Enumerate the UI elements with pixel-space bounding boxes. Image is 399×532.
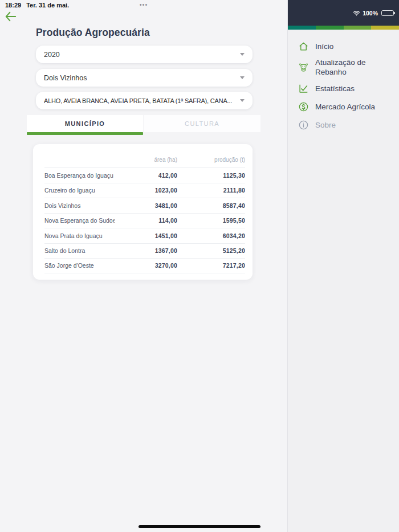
menu-item-label: Início [315, 42, 333, 51]
row-producao-value: 6034,20 [177, 232, 245, 239]
menu-item-label: Atualização de Rebanho [315, 58, 394, 77]
row-area-value: 1367,00 [115, 247, 177, 254]
municipality-dropdown[interactable]: Dois Vizinhos [36, 69, 253, 87]
row-producao-value: 8587,40 [177, 202, 245, 209]
row-area-value: 3270,00 [115, 262, 177, 269]
cow-icon [298, 62, 309, 73]
column-header-area: área (ha) [115, 157, 177, 163]
tab-municipio[interactable]: MUNICÍPIO [27, 115, 143, 132]
menu-item-estatisticas[interactable]: Estatísticas [298, 81, 394, 95]
row-area-value: 412,00 [115, 172, 177, 179]
menu-item-sobre[interactable]: Sobre [298, 118, 394, 132]
menu-item-atualizacao-de-rebanho[interactable]: Atualização de Rebanho [298, 58, 394, 77]
battery-percent: 100% [363, 10, 378, 17]
sidebar: 100% Início [287, 0, 399, 532]
brand-color-stripe [288, 26, 399, 30]
table-row[interactable]: Nova Prata do Iguaçu 1451,00 6034,20 [44, 228, 245, 243]
stats-check-icon [298, 83, 309, 94]
row-producao-value: 1125,30 [177, 172, 245, 179]
back-arrow-icon [5, 15, 17, 23]
row-municipality: Nova Prata do Iguaçu [44, 232, 115, 239]
cultures-dropdown[interactable]: ALHO, AVEIA BRANCA, AVEIA PRETA, BATATA … [36, 92, 253, 109]
sidebar-menu: Início Atualização de Rebanho [298, 39, 394, 132]
row-producao-value: 2111,80 [177, 187, 245, 194]
table-row[interactable]: Salto do Lontra 1367,00 5125,20 [44, 243, 245, 259]
chevron-down-icon [240, 99, 245, 102]
row-area-value: 114,00 [115, 217, 177, 224]
row-producao-value: 7217,20 [177, 262, 245, 269]
chevron-down-icon [240, 53, 245, 56]
dollar-circle-icon [298, 101, 309, 112]
row-municipality: São Jorge d'Oeste [44, 262, 115, 269]
tab-municipio-label: MUNICÍPIO [65, 120, 105, 127]
menu-item-inicio[interactable]: Início [298, 39, 394, 53]
tab-cultura[interactable]: CULTURA [144, 115, 260, 132]
table-row[interactable]: Nova Esperança do Sudoeste 114,00 1595,5… [44, 213, 245, 228]
app-screen: 18:29 Ter. 31 de mai. ••• Produção Agrop… [0, 0, 399, 532]
row-municipality: Salto do Lontra [44, 247, 115, 254]
sidebar-statusbar: 100% [288, 0, 399, 26]
table-row[interactable]: São Jorge d'Oeste 3270,00 7217,20 [44, 258, 245, 273]
tab-cultura-label: CULTURA [185, 120, 219, 127]
table-row[interactable]: Cruzeiro do Iguaçu 1023,00 2111,80 [44, 183, 245, 198]
year-dropdown-value: 2020 [44, 51, 235, 59]
row-municipality: Dois Vizinhos [44, 202, 115, 209]
active-tab-indicator [27, 132, 143, 135]
row-municipality: Cruzeiro do Iguaçu [44, 187, 115, 194]
menu-item-label: Mercado Agrícola [315, 102, 375, 112]
cultures-dropdown-value: ALHO, AVEIA BRANCA, AVEIA PRETA, BATATA … [44, 97, 235, 104]
row-area-value: 3481,00 [115, 202, 177, 209]
home-icon [298, 41, 309, 52]
row-producao-value: 1595,50 [177, 217, 245, 224]
info-circle-icon [298, 120, 309, 130]
column-header-producao: produção (t) [177, 157, 245, 163]
table-row[interactable]: Boa Esperança do Iguaçu 412,00 1125,30 [44, 167, 245, 183]
menu-item-label: Sobre [315, 120, 336, 130]
table-header-row: área (ha) produção (t) [44, 152, 245, 167]
municipality-dropdown-value: Dois Vizinhos [44, 74, 235, 82]
battery-icon [381, 10, 394, 16]
wifi-icon [353, 10, 360, 16]
row-area-value: 1023,00 [115, 187, 177, 194]
table-row[interactable]: Dois Vizinhos 3481,00 8587,40 [44, 198, 245, 213]
multitasking-dots-icon[interactable]: ••• [0, 1, 287, 8]
row-area-value: 1451,00 [115, 232, 177, 239]
results-tabbar: MUNICÍPIO CULTURA [27, 115, 260, 135]
row-municipality: Nova Esperança do Sudoeste [44, 217, 115, 224]
year-dropdown[interactable]: 2020 [36, 46, 253, 63]
menu-item-mercado-agricola[interactable]: Mercado Agrícola [298, 100, 394, 113]
page-title: Produção Agropecuária [36, 27, 150, 39]
home-indicator[interactable] [139, 525, 260, 528]
row-municipality: Boa Esperança do Iguaçu [44, 172, 115, 179]
menu-item-label: Estatísticas [315, 84, 355, 93]
production-table-card: área (ha) produção (t) Boa Esperança do … [33, 144, 253, 280]
back-button[interactable] [5, 11, 17, 23]
row-producao-value: 5125,20 [177, 247, 245, 254]
chevron-down-icon [240, 76, 245, 79]
